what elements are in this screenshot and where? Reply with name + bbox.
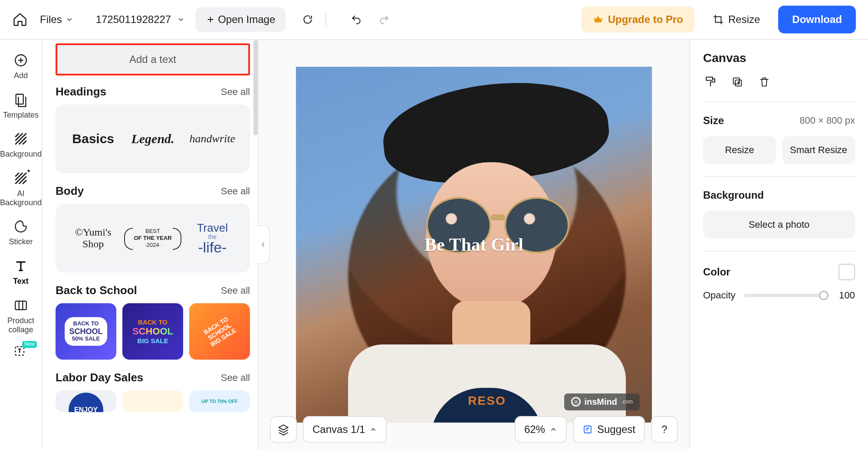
size-row: Size 800 × 800 px — [703, 115, 855, 127]
body-samples-card[interactable]: ©Yumi's Shop BEST OF THE YEAR ·2024· Tra… — [56, 204, 250, 272]
rail-item-background[interactable]: Background — [0, 126, 42, 163]
document-name: 1725011928227 — [96, 13, 171, 26]
layers-button[interactable] — [270, 416, 297, 443]
rail-item-add[interactable]: Add — [0, 48, 42, 85]
rail-label: Sticker — [9, 237, 33, 246]
smart-resize-button[interactable]: Smart Resize — [782, 136, 855, 164]
slider-thumb[interactable] — [819, 291, 829, 300]
home-icon[interactable] — [12, 12, 28, 27]
bts2-l2: SCHOOL — [132, 326, 173, 337]
divider — [703, 176, 855, 177]
files-menu[interactable]: Files — [40, 13, 73, 26]
chevron-up-icon — [369, 426, 377, 433]
layers-icon — [277, 423, 289, 436]
text-panel: Add a text Headings See all Basics Legen… — [43, 40, 259, 449]
download-label: Download — [792, 13, 842, 25]
rail-item-sticker[interactable]: Sticker — [0, 214, 42, 251]
bts-tile-2[interactable]: BACK TO SCHOOL BIG SALE — [122, 303, 183, 360]
add-a-text-button[interactable]: Add a text — [56, 43, 250, 75]
labor-tile-3[interactable]: UP TO 70% OFF — [189, 390, 250, 412]
sample-handwrite[interactable]: handwrite — [183, 132, 242, 145]
rail-item-auto-text[interactable]: New — [0, 341, 42, 364]
document-name-dropdown[interactable]: 1725011928227 — [96, 13, 185, 26]
suggest-label: Suggest — [597, 423, 635, 436]
bts-tile-3[interactable]: BACK TO SCHOOL BIG SALE — [189, 303, 250, 360]
rail-label: Background — [0, 150, 42, 159]
watermark-name: insMind — [584, 397, 617, 407]
upgrade-to-pro-button[interactable]: Upgrade to Pro — [581, 7, 694, 33]
opacity-slider[interactable] — [744, 294, 824, 297]
select-photo-button[interactable]: Select a photo — [703, 211, 855, 239]
crown-icon — [592, 14, 604, 25]
text-icon — [13, 258, 29, 274]
color-row: Color — [703, 264, 855, 280]
canvas-tool-row — [703, 75, 855, 89]
upgrade-label: Upgrade to Pro — [608, 13, 683, 26]
size-label: Size — [703, 115, 724, 127]
resize-button[interactable]: Resize — [703, 136, 776, 164]
artboard[interactable]: RESO Be That Girl ◎ insMind.com — [296, 67, 652, 423]
suggest-button[interactable]: Suggest — [573, 416, 645, 443]
canvas-text-overlay[interactable]: Be That Girl — [424, 234, 523, 255]
bts-see-all[interactable]: See all — [221, 285, 250, 296]
sparkle-icon — [26, 168, 32, 174]
body-see-all[interactable]: See all — [221, 186, 250, 197]
canvas-area: RESO Be That Girl ◎ insMind.com Canvas 1… — [259, 40, 689, 449]
rail-item-templates[interactable]: Templates — [0, 87, 42, 124]
bts-tile-1[interactable]: BACK TO SCHOOL 50% SALE — [56, 303, 116, 360]
svg-rect-5 — [706, 77, 713, 81]
redo-button[interactable] — [378, 14, 390, 25]
bts-title: Back to School — [56, 284, 137, 297]
sample-travel-life[interactable]: Travel the -life- — [183, 222, 242, 255]
size-value: 800 × 800 px — [799, 115, 855, 126]
sample-yumis[interactable]: ©Yumi's Shop — [63, 226, 123, 250]
watermark-icon: ◎ — [571, 397, 581, 406]
resize-top-button[interactable]: Resize — [713, 13, 760, 26]
svg-rect-4 — [584, 426, 591, 433]
rail-item-product-collage[interactable]: Product collage — [0, 293, 42, 338]
background-label: Background — [703, 189, 764, 201]
bts-tiles: BACK TO SCHOOL 50% SALE BACK TO SCHOOL B… — [56, 303, 250, 360]
best-year: ·2024· — [145, 242, 161, 248]
zoom-control[interactable]: 62% — [515, 416, 567, 443]
canvas-pager[interactable]: Canvas 1/1 — [303, 416, 387, 443]
background-row: Background — [703, 189, 855, 201]
canvas-bottom-bar: Canvas 1/1 62% Suggest ? — [259, 416, 689, 443]
crop-icon — [713, 14, 724, 25]
sample-basics[interactable]: Basics — [63, 131, 123, 146]
paint-format-icon[interactable] — [703, 75, 718, 89]
collapse-panel-button[interactable] — [258, 225, 270, 264]
rail-item-ai-background[interactable]: AI Background — [0, 166, 42, 211]
sample-legend[interactable]: Legend. — [123, 131, 182, 146]
labor-tile-1[interactable]: ENJOY — [56, 390, 116, 412]
hatch-icon — [13, 131, 29, 147]
help-button[interactable]: ? — [651, 416, 678, 443]
canvas-viewport[interactable]: RESO Be That Girl ◎ insMind.com — [259, 40, 689, 449]
headings-see-all[interactable]: See all — [221, 86, 250, 98]
labor-tile-2[interactable] — [122, 390, 183, 412]
duplicate-icon[interactable] — [730, 75, 745, 89]
best-line1: BEST — [145, 228, 160, 234]
download-button[interactable]: Download — [778, 6, 856, 33]
travel-bottom: -life- — [183, 240, 242, 255]
ai-hatch-icon — [13, 170, 29, 187]
svg-rect-1 — [16, 94, 23, 104]
color-swatch[interactable] — [838, 264, 855, 280]
chevron-down-icon — [177, 16, 185, 23]
rail-label: Add — [14, 71, 28, 80]
rail-item-text[interactable]: Text — [0, 253, 42, 290]
panel-scrollbar[interactable] — [253, 40, 258, 135]
canvas-pager-label: Canvas 1/1 — [312, 423, 365, 436]
delete-icon[interactable] — [757, 75, 772, 89]
undo-button[interactable] — [351, 14, 362, 25]
opacity-value: 100 — [832, 290, 855, 301]
best-line2: OF THE YEAR — [134, 235, 171, 241]
labor-see-all[interactable]: See all — [221, 372, 250, 383]
select-photo-label: Select a photo — [749, 219, 810, 230]
headings-samples-card[interactable]: Basics Legend. handwrite — [56, 105, 250, 173]
chevron-left-icon — [260, 241, 267, 249]
rail-label: AI Background — [0, 189, 42, 207]
sample-best-of-year[interactable]: BEST OF THE YEAR ·2024· — [123, 228, 182, 248]
open-image-button[interactable]: Open Image — [195, 7, 286, 32]
sync-icon[interactable] — [302, 14, 313, 25]
